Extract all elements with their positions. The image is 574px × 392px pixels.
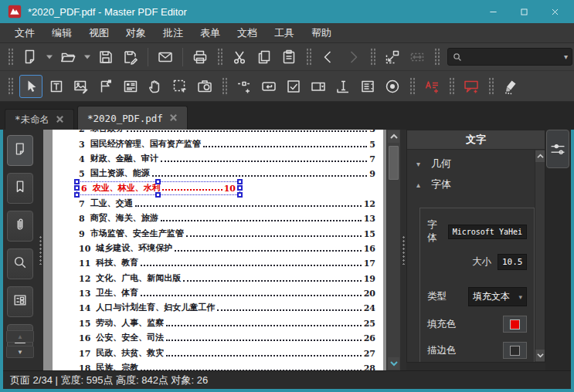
pdf-page[interactable]: 2 综合政务 3 — [53, 130, 383, 370]
bookmarks-button[interactable] — [7, 173, 33, 204]
menu-item[interactable]: 帮助 — [303, 24, 340, 42]
toc-row[interactable]: 13 卫生、体育 20 — [53, 286, 383, 300]
fill-color-button[interactable] — [503, 316, 527, 333]
section-toggle-icon[interactable]: ▾ — [416, 160, 424, 168]
fit-page-button[interactable] — [382, 46, 403, 68]
maximize-button[interactable] — [514, 3, 534, 20]
checkbox-field-button[interactable] — [283, 76, 304, 97]
sidebar-scroll-down-icon[interactable]: ▼ — [6, 346, 34, 358]
push-button-field-button[interactable] — [258, 76, 280, 97]
menu-item[interactable]: 编辑 — [43, 24, 80, 42]
panel-scroll-down-icon[interactable] — [535, 350, 545, 361]
toolbar-grip[interactable] — [306, 48, 311, 66]
listbox-field-button[interactable] — [357, 76, 379, 97]
toc-row[interactable]: 11 科技、教育 17 — [53, 255, 383, 270]
left-splitter[interactable] — [37, 130, 43, 370]
panel-section-header[interactable]: ▾ 几何 — [407, 150, 545, 171]
document-tab[interactable]: *未命名 — [5, 109, 74, 130]
toc-row[interactable]: 8 商贸、海关、旅游 13 — [53, 211, 383, 225]
panel-section-header[interactable]: ▴ 字体 — [407, 171, 545, 191]
toolbar-grip[interactable] — [8, 48, 13, 66]
caret-down-button[interactable] — [44, 46, 54, 68]
search-box[interactable]: ▾ — [447, 48, 572, 66]
toc-row[interactable]: 5 国土资源、能源 9 — [53, 166, 383, 181]
close-button[interactable] — [545, 3, 565, 20]
caret-down-button[interactable] — [82, 46, 92, 68]
radio-field-button[interactable] — [382, 76, 403, 97]
toolbar-grip[interactable] — [8, 77, 13, 96]
toc-row[interactable]: 3 国民经济管理、国有资产监管 5 — [53, 136, 383, 150]
toolbar-grip[interactable] — [222, 77, 227, 96]
document-tab[interactable]: *2020_PDF.pdf — [77, 106, 188, 130]
toc-row[interactable]: 12 文化、广电、新闻出版 19 — [53, 270, 383, 285]
type-select[interactable]: 填充文本 ▾ — [468, 287, 527, 306]
callout-annotation-button[interactable] — [460, 76, 482, 97]
form-fields-button[interactable] — [7, 286, 33, 317]
sticky-note-button[interactable] — [421, 76, 443, 97]
menu-item[interactable]: 表单 — [192, 24, 229, 42]
snapshot-button[interactable] — [194, 76, 216, 97]
insert-link-button[interactable] — [233, 76, 255, 97]
search-document-button[interactable] — [7, 248, 33, 279]
copy-button[interactable] — [253, 46, 275, 68]
toc-row[interactable]: 6 农业、林业、水利 10 — [53, 181, 383, 195]
toolbar-grip[interactable] — [488, 77, 494, 96]
save-as-button[interactable] — [120, 46, 141, 68]
panel-scroll-up-icon[interactable] — [535, 150, 545, 162]
navigate-forward-button[interactable] — [342, 46, 364, 68]
section-toggle-icon[interactable]: ▴ — [416, 181, 424, 189]
menu-item[interactable]: 对象 — [117, 24, 155, 42]
toc-row[interactable]: 16 公安、安全、司法 26 — [53, 330, 383, 345]
attachments-button[interactable] — [7, 211, 33, 242]
toc-row[interactable]: 18 民族、宗教 28 — [53, 360, 383, 371]
edit-image-button[interactable] — [70, 76, 92, 97]
toolbar-grip[interactable] — [449, 77, 454, 96]
menu-item[interactable]: 文件 — [6, 24, 43, 42]
toc-row[interactable]: 17 民政、扶贫、救灾 27 — [53, 345, 383, 360]
sidebar-scroll-up-icon[interactable]: ▲ — [6, 330, 34, 343]
edit-text-button[interactable] — [46, 76, 67, 97]
search-input[interactable] — [463, 52, 564, 63]
toc-row[interactable]: 9 市场监管、安全生产监管 15 — [53, 225, 383, 240]
select-region-button[interactable] — [169, 76, 191, 97]
font-size-input[interactable]: 10.5 — [498, 254, 527, 270]
send-email-button[interactable] — [155, 46, 176, 68]
toc-row[interactable]: 14 人口与计划生育、妇女儿童工作 24 — [53, 300, 383, 315]
menu-item[interactable]: 文档 — [229, 24, 266, 42]
object-properties-tab[interactable] — [546, 130, 569, 168]
combobox-field-button[interactable] — [307, 76, 329, 97]
save-button[interactable] — [95, 46, 117, 68]
stroke-color-button[interactable] — [503, 342, 527, 359]
document-scrollbar[interactable] — [386, 130, 400, 370]
text-field-button[interactable] — [332, 76, 354, 97]
toolbar-grip[interactable] — [409, 77, 415, 96]
cut-button[interactable] — [229, 46, 250, 68]
scroll-up-icon[interactable] — [388, 130, 399, 143]
tab-close-icon[interactable] — [169, 113, 178, 124]
toolbar-grip[interactable] — [434, 48, 440, 66]
menu-item[interactable]: 视图 — [80, 24, 117, 42]
toc-row[interactable]: 4 财政、金融、审计 7 — [53, 151, 383, 166]
edit-forms-button[interactable] — [120, 76, 141, 97]
panel-scrollbar[interactable] — [535, 150, 545, 362]
new-document-button[interactable] — [19, 46, 41, 68]
toc-row[interactable]: 7 工业、交通 12 — [53, 196, 383, 211]
menu-item[interactable]: 批注 — [155, 24, 192, 42]
toc-row[interactable]: 15 劳动、人事、监察 25 — [53, 315, 383, 329]
font-name-input[interactable]: Microsoft YaHei — [448, 225, 527, 239]
scrollbar-thumb[interactable] — [389, 146, 399, 180]
right-splitter[interactable] — [400, 130, 406, 370]
select-pointer-button[interactable] — [19, 75, 42, 98]
open-folder-button[interactable] — [57, 46, 79, 68]
toc-row[interactable]: 2 综合政务 3 — [53, 130, 383, 136]
search-dropdown-caret-icon[interactable]: ▾ — [564, 52, 568, 61]
paste-button[interactable] — [278, 46, 300, 68]
scroll-down-icon[interactable] — [388, 357, 399, 370]
highlighter-button[interactable] — [500, 76, 521, 97]
hand-pan-button[interactable] — [144, 76, 166, 97]
page-thumbnails-button[interactable] — [7, 135, 33, 166]
minimize-button[interactable] — [483, 3, 503, 20]
print-button[interactable] — [189, 46, 211, 68]
toc-row[interactable]: 10 城乡建设、环境保护 16 — [53, 241, 383, 255]
menu-item[interactable]: 工具 — [266, 24, 303, 42]
